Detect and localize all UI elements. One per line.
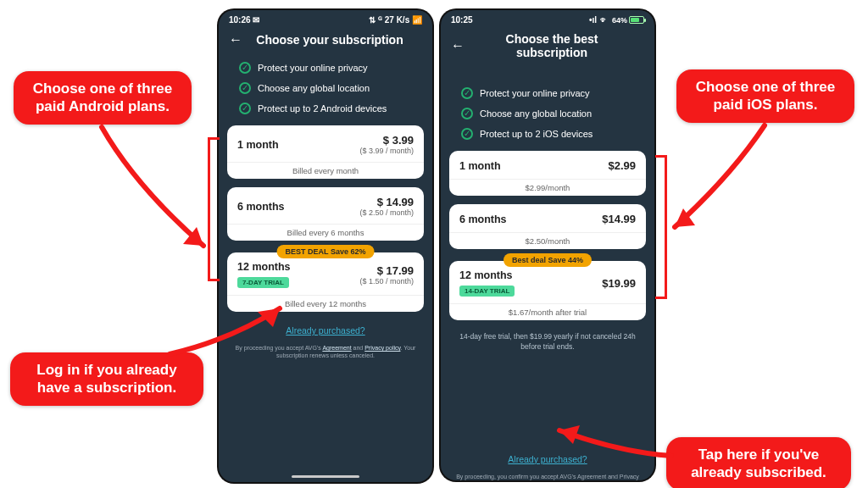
bracket-android <box>208 137 220 281</box>
feature-bullets: ✓Protect your online privacy ✓Choose any… <box>219 56 432 125</box>
battery-icon: 64% <box>612 16 644 25</box>
plan-price: $ 14.99 <box>359 196 414 208</box>
plan-price: $ 17.99 <box>359 264 414 277</box>
check-icon: ✓ <box>461 108 473 119</box>
page-title: Choose the best subscription <box>473 32 631 59</box>
plan-price: $14.99 <box>602 213 636 225</box>
plan-1month[interactable]: 1 month $ 3.99($ 3.99 / month) Billed ev… <box>227 125 424 179</box>
plan-1month[interactable]: 1 month $2.99 $2.99/month <box>449 151 646 196</box>
best-deal-badge: Best deal Save 44% <box>504 253 592 267</box>
plan-list: 1 month $2.99 $2.99/month 6 months $14.9… <box>441 151 654 320</box>
status-right: •ıl ᯤ 64% <box>589 15 644 25</box>
plan-6months[interactable]: 6 months $ 14.99($ 2.50 / month) Billed … <box>227 187 424 241</box>
check-icon: ✓ <box>461 128 473 140</box>
plan-name: 12 months <box>459 269 515 281</box>
plan-per: ($ 2.50 / month) <box>359 208 414 217</box>
plan-name: 6 months <box>237 201 285 213</box>
status-mail-icon: ✉ <box>253 15 259 25</box>
svg-marker-2 <box>675 208 695 227</box>
plan-billed: $1.67/month after trial <box>449 303 646 320</box>
already-purchased-link[interactable]: Already purchased? <box>219 320 432 341</box>
bracket-ios <box>655 155 667 299</box>
bullet-text: Protect your online privacy <box>258 63 368 73</box>
plan-billed: $2.99/month <box>449 179 646 196</box>
trial-badge: 14-DAY TRIAL <box>459 286 515 297</box>
fineprint: By proceeding, you confirm you accept AV… <box>441 469 654 480</box>
plan-billed: $2.50/month <box>449 232 646 249</box>
bullet-text: Protect up to 2 Android devices <box>258 103 387 114</box>
check-icon: ✓ <box>239 82 251 94</box>
bullet-text: Protect up to 2 iOS devices <box>480 129 593 139</box>
plan-12months[interactable]: BEST DEAL Save 62% 12 months 7-DAY TRIAL… <box>227 252 424 312</box>
plan-name: 6 months <box>459 214 507 225</box>
ios-screen: 10:25 •ıl ᯤ 64% ← Choose the best subscr… <box>441 10 654 480</box>
status-time: 10:26 <box>229 15 251 25</box>
plan-billed: Billed every 12 months <box>227 295 424 312</box>
back-arrow-icon[interactable]: ← <box>229 32 242 47</box>
svg-marker-0 <box>183 227 203 246</box>
page-title: Choose your subscription <box>251 33 409 47</box>
home-indicator[interactable] <box>292 475 359 478</box>
trial-note: 14-day free trial, then $19.99 yearly if… <box>441 329 654 356</box>
battery-pct: 64% <box>612 16 627 25</box>
feature-bullets: ✓Protect your online privacy ✓Choose any… <box>441 68 654 151</box>
plan-billed: Billed every 6 months <box>227 224 424 241</box>
bullet-text: Choose any global location <box>480 108 592 119</box>
check-icon: ✓ <box>461 87 473 99</box>
trial-badge: 7-DAY TRIAL <box>237 277 289 288</box>
status-right: ⇅ ᴳ 27 K/s 📶 <box>369 15 422 25</box>
best-deal-badge: BEST DEAL Save 62% <box>277 245 375 258</box>
plan-12months[interactable]: Best deal Save 44% 12 months 14-DAY TRIA… <box>449 261 646 320</box>
status-bar: 10:25 •ıl ᯤ 64% <box>441 10 654 27</box>
callout-ios-subscribed: Tap here if you've already subscribed. <box>666 437 851 488</box>
plan-6months[interactable]: 6 months $14.99 $2.50/month <box>449 204 646 249</box>
plan-billed: Billed every month <box>227 162 424 179</box>
fineprint: By proceeding you accept AVG's Agreement… <box>219 341 432 369</box>
plan-name: 12 months <box>237 261 291 273</box>
bullet-text: Protect your online privacy <box>480 88 590 98</box>
plan-name: 1 month <box>459 160 501 172</box>
callout-android-plans: Choose one of three paid Android plans. <box>14 71 192 125</box>
status-bar: 10:26 ✉ ⇅ ᴳ 27 K/s 📶 <box>219 10 432 27</box>
already-purchased-link[interactable]: Already purchased? <box>441 449 654 469</box>
arrow-ios-plans <box>654 117 782 252</box>
title-bar: ← Choose your subscription <box>219 27 432 56</box>
android-screen: 10:26 ✉ ⇅ ᴳ 27 K/s 📶 ← Choose your subsc… <box>219 10 432 482</box>
check-icon: ✓ <box>239 103 251 114</box>
check-icon: ✓ <box>239 62 251 74</box>
callout-ios-plans: Choose one of three paid iOS plans. <box>676 69 854 123</box>
title-bar: ← Choose the best subscription <box>441 27 654 68</box>
callout-android-login: Log in if you already have a subscriptio… <box>10 352 203 406</box>
plan-list: 1 month $ 3.99($ 3.99 / month) Billed ev… <box>219 125 432 312</box>
plan-per: ($ 1.50 / month) <box>359 277 414 286</box>
back-arrow-icon[interactable]: ← <box>451 38 465 53</box>
wifi-icon: ᯤ <box>600 15 609 25</box>
bullet-text: Choose any global location <box>258 83 370 93</box>
status-time: 10:25 <box>451 15 473 25</box>
plan-price: $19.99 <box>602 277 636 290</box>
plan-per: ($ 3.99 / month) <box>359 147 414 155</box>
plan-price: $ 3.99 <box>359 134 414 147</box>
signal-icon: •ıl <box>589 15 597 25</box>
plan-price: $2.99 <box>608 159 636 172</box>
plan-name: 1 month <box>237 139 279 151</box>
